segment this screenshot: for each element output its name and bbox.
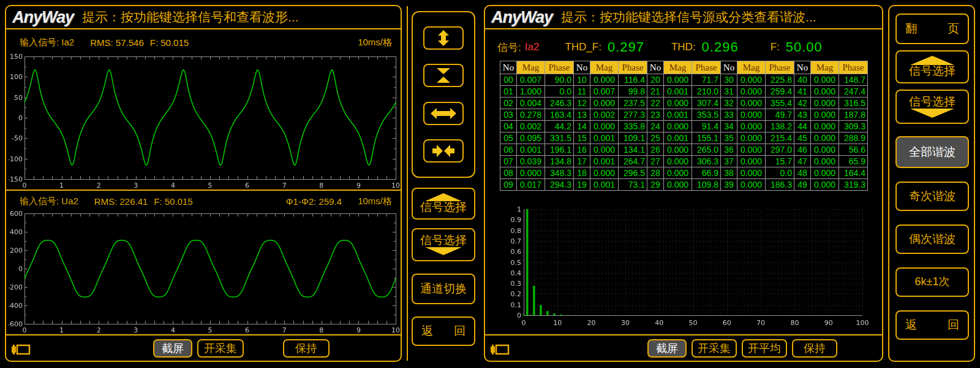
- chart-divider: [6, 190, 401, 191]
- odd-harmonics-label: 奇次谐波: [909, 190, 956, 203]
- col-header-mag: Mag: [517, 61, 545, 74]
- cell-phase: 186.3: [766, 179, 794, 191]
- cell-no: 49: [794, 179, 811, 191]
- cell-mag: 0.001: [664, 109, 692, 121]
- cell-phase: 49.7: [766, 109, 794, 121]
- cell-phase: 164.4: [839, 167, 868, 179]
- cell-no: 36: [721, 144, 737, 156]
- wave2-phase-diff: Φ1-Φ2: 259.4: [286, 196, 342, 207]
- cell-phase: 335.8: [619, 121, 647, 132]
- cell-phase: 134.1: [619, 144, 647, 156]
- col-header-phase: Phase: [619, 61, 647, 74]
- cell-mag: 0.000: [664, 144, 692, 156]
- cell-mag: 0.000: [664, 167, 692, 179]
- cell-phase: 297.0: [766, 144, 794, 156]
- cell-phase: 307.4: [692, 98, 721, 109]
- compress-horizontal-button[interactable]: [423, 139, 464, 163]
- cell-phase: 288.9: [839, 132, 868, 144]
- expand-horizontal-button[interactable]: [423, 102, 464, 125]
- channel-switch-button[interactable]: 通道切换: [412, 274, 475, 304]
- signal-select-up-button[interactable]: 信号选择: [412, 188, 475, 220]
- cell-no: 22: [647, 98, 664, 109]
- 6k-plus-minus-1-button[interactable]: 6k±1次: [895, 267, 969, 297]
- cell-no: 04: [500, 121, 517, 132]
- signal-label: 信号:: [497, 40, 521, 55]
- thdf-label: THD_F:: [565, 41, 601, 53]
- wave2-timebase: 10ms/格: [358, 196, 392, 207]
- even-harmonics-button[interactable]: 偶次谐波: [895, 224, 969, 254]
- col-header-mag: Mag: [737, 61, 766, 74]
- table-row: 070.039134.8170.001264.7270.000306.3370.…: [500, 156, 868, 167]
- expand-horizontal-icon: [430, 105, 457, 121]
- page-flip-button[interactable]: 翻 页: [895, 13, 969, 44]
- cell-no: 14: [574, 121, 590, 132]
- cell-phase: 15.7: [766, 156, 794, 167]
- cell-no: 24: [647, 121, 664, 132]
- table-row: 090.017294.3190.00173.1290.000109.8390.0…: [500, 179, 868, 191]
- freq-label: F:: [771, 41, 780, 53]
- cell-phase: 134.8: [545, 156, 574, 167]
- cell-mag: 0.095: [517, 132, 545, 144]
- cell-mag: 0.000: [664, 98, 692, 109]
- cell-phase: 0.0: [766, 167, 794, 179]
- brand-logo-right: AnyWay: [491, 8, 552, 27]
- harmonics-table: NoMagPhaseNoMagPhaseNoMagPhaseNoMagPhase…: [500, 61, 868, 191]
- cell-phase: 210.0: [692, 86, 721, 98]
- cell-mag: 0.000: [811, 156, 839, 167]
- start-acquisition-button-right[interactable]: 开采集: [692, 339, 737, 358]
- signal-select-down-button[interactable]: 信号选择: [412, 228, 475, 261]
- signal-select-down-button-right[interactable]: 信号选择: [895, 90, 969, 124]
- left-hint-text: 提示：按功能键选择信号和查看波形...: [82, 9, 299, 26]
- thdf-value: 0.297: [608, 39, 644, 55]
- harmonics-panel: AnyWay 提示：按功能键选择信号源或分类查看谐波... 信号: Ia2 TH…: [484, 5, 883, 362]
- harmonics-info-row: 信号: Ia2 THD_F: 0.297 THD: 0.296 F: 50.00: [497, 37, 876, 58]
- cell-mag: 0.000: [590, 167, 619, 179]
- compress-vertical-button[interactable]: [423, 64, 464, 87]
- channel-switch-label: 通道切换: [420, 283, 467, 296]
- compress-horizontal-icon: [430, 143, 457, 159]
- table-row: 020.004246.3120.000237.5220.000307.4320.…: [500, 98, 868, 109]
- hold-button-right[interactable]: 保持: [792, 339, 837, 358]
- cell-mag: 0.000: [590, 121, 619, 132]
- screenshot-button[interactable]: 截屏: [153, 339, 192, 358]
- cell-mag: 0.039: [517, 156, 545, 167]
- table-row: 050.095331.5150.001109.1250.001155.1350.…: [500, 132, 868, 144]
- thd-value: 0.296: [702, 39, 739, 55]
- cell-mag: 0.000: [590, 98, 619, 109]
- cell-phase: 316.5: [839, 98, 868, 109]
- expand-vertical-icon: [431, 29, 456, 47]
- cell-mag: 0.000: [737, 98, 766, 109]
- cell-phase: 277.3: [619, 109, 647, 121]
- hold-button[interactable]: 保持: [283, 339, 330, 358]
- cell-no: 39: [721, 179, 737, 191]
- start-acquisition-button[interactable]: 开采集: [197, 339, 244, 358]
- table-row: 011.0000.0110.00799.8210.001210.0310.000…: [500, 86, 868, 98]
- battery-icon: [11, 342, 31, 357]
- cell-phase: 73.1: [619, 179, 647, 191]
- cell-phase: 331.5: [545, 132, 574, 144]
- cell-no: 15: [574, 132, 590, 144]
- cell-mag: 0.000: [811, 74, 839, 86]
- cell-mag: 0.000: [590, 144, 619, 156]
- screenshot-button-right[interactable]: 截屏: [647, 339, 687, 358]
- odd-harmonics-button[interactable]: 奇次谐波: [895, 182, 969, 211]
- cell-phase: 265.0: [692, 144, 721, 156]
- cell-phase: 148.7: [839, 74, 868, 86]
- cell-mag: 0.001: [590, 179, 619, 191]
- cell-phase: 109.8: [692, 179, 721, 191]
- signal-select-up-button-right[interactable]: 信号选择: [895, 50, 969, 83]
- cell-no: 43: [794, 109, 811, 121]
- cell-no: 25: [647, 132, 664, 144]
- all-harmonics-button[interactable]: 全部谐波: [895, 136, 969, 168]
- col-header-mag: Mag: [664, 61, 692, 74]
- expand-vertical-button[interactable]: [423, 26, 464, 50]
- start-average-button[interactable]: 开平均: [742, 339, 787, 358]
- back-button-right[interactable]: 返 回: [895, 310, 969, 340]
- ia2-waveform-canvas: [9, 50, 401, 193]
- col-header-phase: Phase: [766, 61, 794, 74]
- cell-mag: 0.278: [517, 109, 545, 121]
- col-header-phase: Phase: [692, 61, 721, 74]
- back-button-left[interactable]: 返 回: [412, 316, 475, 346]
- cell-phase: 138.2: [766, 121, 794, 132]
- cell-phase: 296.5: [619, 167, 647, 179]
